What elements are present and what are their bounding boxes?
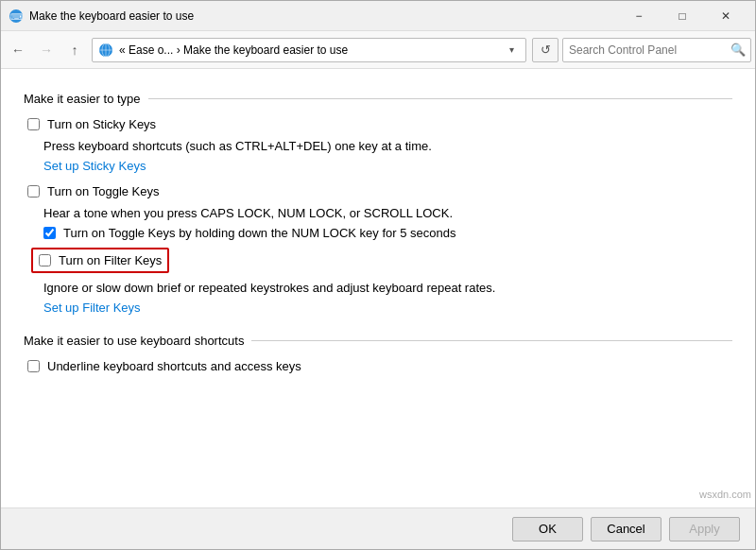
search-icon[interactable]: 🔍 — [726, 39, 750, 61]
breadcrumb: « Ease o... › Make the keyboard easier t… — [119, 43, 497, 57]
address-bar: ← → ↑ « Ease o... › Make the keyboard ea… — [1, 31, 755, 69]
toggle-keys-hold-option: Turn on Toggle Keys by holding down the … — [43, 226, 732, 240]
sticky-keys-checkbox[interactable] — [27, 118, 40, 130]
section-type-line — [148, 98, 732, 99]
back-button[interactable]: ← — [5, 37, 31, 63]
globe-icon — [98, 43, 113, 58]
up-button[interactable]: ↑ — [61, 37, 88, 63]
content-area: Make it easier to type Turn on Sticky Ke… — [1, 69, 755, 507]
sticky-keys-label: Turn on Sticky Keys — [47, 117, 156, 131]
underline-shortcuts-checkbox[interactable] — [27, 360, 40, 372]
ok-button[interactable]: OK — [512, 517, 583, 541]
apply-button[interactable]: Apply — [669, 517, 740, 541]
refresh-button[interactable]: ↺ — [532, 38, 558, 62]
section-type-title: Make it easier to type — [24, 92, 141, 106]
footer: OK Cancel Apply — [1, 507, 755, 549]
toggle-keys-option: Turn on Toggle Keys — [24, 184, 732, 198]
window-title: Make the keyboard easier to use — [29, 9, 617, 23]
svg-text:⌨: ⌨ — [10, 12, 23, 22]
address-dropdown-icon[interactable]: ▾ — [503, 39, 520, 61]
filter-keys-label: Turn on Filter Keys — [59, 253, 162, 267]
main-window: ⌨ Make the keyboard easier to use − □ ✕ … — [0, 0, 756, 550]
section-shortcuts-title: Make it easier to use keyboard shortcuts — [24, 334, 244, 348]
underline-shortcuts-option: Underline keyboard shortcuts and access … — [24, 359, 732, 373]
filter-keys-highlight: Turn on Filter Keys — [31, 248, 169, 273]
watermark: wsxdn.com — [699, 489, 751, 500]
close-button[interactable]: ✕ — [704, 1, 747, 31]
maximize-button[interactable]: □ — [661, 1, 704, 31]
filter-keys-checkbox[interactable] — [39, 254, 51, 266]
minimize-button[interactable]: − — [617, 1, 661, 31]
filter-keys-link[interactable]: Set up Filter Keys — [43, 301, 141, 315]
sticky-keys-description: Press keyboard shortcuts (such as CTRL+A… — [43, 139, 732, 153]
sticky-keys-option: Turn on Sticky Keys — [24, 117, 732, 131]
title-bar: ⌨ Make the keyboard easier to use − □ ✕ — [1, 1, 755, 31]
title-controls: − □ ✕ — [617, 1, 747, 31]
section-shortcuts-line — [251, 340, 732, 341]
sticky-keys-link[interactable]: Set up Sticky Keys — [43, 159, 146, 173]
filter-keys-wrapper: Turn on Filter Keys — [27, 248, 732, 277]
cancel-button[interactable]: Cancel — [591, 517, 662, 541]
toggle-keys-hold-label: Turn on Toggle Keys by holding down the … — [63, 226, 456, 240]
toggle-keys-hold-checkbox[interactable] — [43, 227, 56, 239]
section-type-header: Make it easier to type — [24, 92, 732, 106]
section-shortcuts-header: Make it easier to use keyboard shortcuts — [24, 334, 732, 348]
search-box[interactable]: 🔍 — [562, 38, 751, 62]
underline-shortcuts-label: Underline keyboard shortcuts and access … — [47, 359, 301, 373]
toggle-keys-label: Turn on Toggle Keys — [47, 184, 160, 198]
search-input[interactable] — [563, 43, 726, 57]
forward-button[interactable]: → — [33, 37, 60, 63]
toggle-keys-description: Hear a tone when you press CAPS LOCK, NU… — [43, 206, 732, 220]
filter-keys-description: Ignore or slow down brief or repeated ke… — [43, 281, 732, 295]
address-field[interactable]: « Ease o... › Make the keyboard easier t… — [92, 38, 526, 62]
window-icon: ⌨ — [9, 9, 24, 24]
toggle-keys-checkbox[interactable] — [27, 185, 40, 198]
